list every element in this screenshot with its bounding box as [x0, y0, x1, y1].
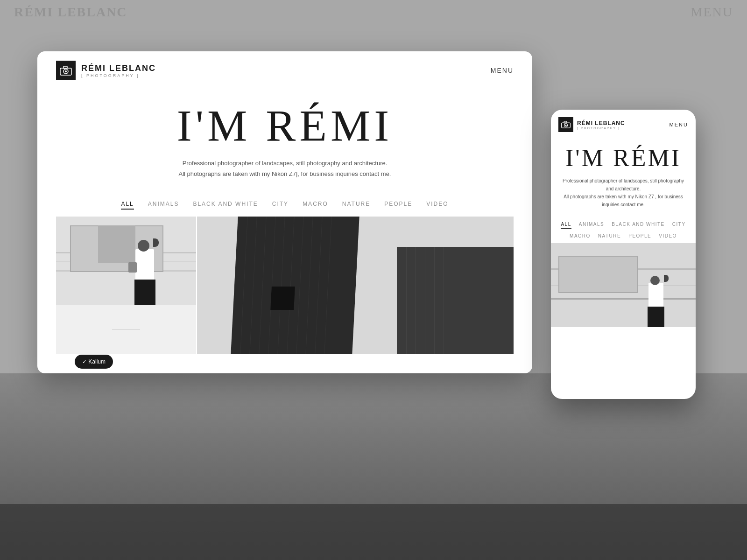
desktop-photo-grid — [37, 217, 532, 354]
mobile-header: RÉMI LEBLANC [ PHOTOGRAPHY ] MENU — [551, 110, 696, 137]
bld-line3 — [259, 217, 266, 354]
m-w-lower — [648, 307, 664, 327]
mobile-filter-animals[interactable]: ANIMALS — [579, 222, 604, 229]
bg-brand-text-left: RÉMI LEBLANC — [14, 5, 127, 20]
svg-rect-2 — [63, 66, 67, 69]
woman-silhouette — [133, 231, 159, 305]
bg-bottom-dark — [0, 504, 747, 560]
desktop-browser-mockup: RÉMI LEBLANC [ PHOTOGRAPHY ] MENU I'M RÉ… — [37, 51, 532, 373]
mobile-filter-people[interactable]: PEOPLE — [628, 233, 651, 238]
building-right — [397, 247, 514, 354]
mobile-subtitle-l1: Professional photographer of landscapes,… — [563, 178, 684, 183]
bld-window — [270, 287, 295, 310]
filter-animals[interactable]: ANIMALS — [148, 201, 179, 210]
building-main — [231, 217, 359, 354]
mobile-logo-text: RÉMI LEBLANC [ PHOTOGRAPHY ] — [577, 120, 625, 130]
desktop-subtitle-line2: All photographs are taken with my Nikon … — [179, 170, 391, 177]
desktop-logo-text: RÉMI LEBLANC [ PHOTOGRAPHY ] — [81, 63, 156, 78]
filter-people[interactable]: PEOPLE — [384, 201, 412, 210]
bld-line4 — [268, 217, 275, 354]
mobile-hero-subtitle: Professional photographer of landscapes,… — [558, 177, 688, 209]
mobile-filter-nav: ALL ANIMALS BLACK AND WHITE CITY MACRO N… — [551, 213, 696, 243]
bld-r-line2 — [416, 247, 416, 354]
bld-r-line4 — [434, 247, 435, 354]
mobile-camera-icon — [558, 117, 573, 132]
desktop-menu-button[interactable]: MENU — [491, 67, 514, 74]
metro-window2 — [98, 225, 135, 263]
mobile-logo-area[interactable]: RÉMI LEBLANC [ PHOTOGRAPHY ] — [558, 117, 625, 132]
photo-bottom-fade — [56, 305, 196, 354]
mobile-filter-video[interactable]: VIDEO — [659, 233, 677, 238]
bld-line1 — [240, 217, 247, 354]
filter-all[interactable]: ALL — [121, 201, 134, 210]
fade-line — [112, 329, 140, 330]
desktop-header: RÉMI LEBLANC [ PHOTOGRAPHY ] MENU — [37, 51, 532, 90]
filter-nature[interactable]: NATURE — [342, 201, 370, 210]
mobile-subtitle-l3: All photographs are taken with my Nikon … — [564, 194, 683, 207]
mobile-filter-city[interactable]: CITY — [672, 222, 686, 229]
woman-bag — [128, 262, 137, 273]
m-w-torso — [648, 283, 663, 308]
bg-menu-text-right: MENU — [691, 5, 733, 20]
photo-building[interactable] — [197, 217, 514, 354]
woman-ponytail — [153, 238, 159, 247]
m-blur3 — [551, 298, 696, 300]
mobile-filter-all[interactable]: ALL — [561, 222, 571, 229]
filter-city[interactable]: CITY — [272, 201, 289, 210]
mobile-brand-sub: [ PHOTOGRAPHY ] — [577, 126, 625, 130]
svg-point-7 — [565, 125, 567, 126]
desktop-hero-section: I'M RÉMI Professional photographer of la… — [37, 90, 532, 189]
mobile-filter-bw[interactable]: BLACK AND WHITE — [612, 222, 665, 229]
desktop-hero-title: I'M RÉMI — [56, 104, 514, 148]
bld-line6 — [287, 217, 294, 354]
mobile-filter-nature[interactable]: NATURE — [598, 233, 621, 238]
filter-macro[interactable]: MACRO — [303, 201, 328, 210]
woman-head — [138, 240, 149, 252]
photo-top-section — [56, 217, 196, 305]
m-woman — [647, 266, 668, 327]
mobile-photo-woman[interactable] — [551, 243, 696, 327]
mobile-subtitle-l2: and architecture. — [606, 186, 641, 191]
mobile-brand-name: RÉMI LEBLANC — [577, 120, 625, 126]
desktop-camera-icon — [56, 61, 76, 80]
bld-line9 — [315, 217, 322, 354]
m-w-ponytail — [664, 275, 669, 282]
desktop-subtitle-line1: Professional photographer of landscapes,… — [183, 160, 388, 167]
m-w-head — [650, 276, 660, 285]
bld-line8 — [305, 217, 313, 354]
bld-line10 — [324, 217, 331, 354]
bld-line5 — [277, 217, 285, 354]
mobile-filter-macro[interactable]: MACRO — [570, 233, 591, 238]
desktop-brand-sub: [ PHOTOGRAPHY ] — [81, 73, 156, 78]
mobile-phone-mockup: RÉMI LEBLANC [ PHOTOGRAPHY ] MENU I'M RÉ… — [551, 110, 696, 399]
desktop-hero-subtitle: Professional photographer of landscapes,… — [56, 158, 514, 180]
bld-r-line3 — [425, 247, 425, 354]
mobile-hero-title: I'M RÉMI — [558, 146, 688, 170]
woman-torso — [135, 249, 154, 282]
bld-r-line5 — [444, 247, 444, 354]
mobile-photo-bg — [551, 243, 696, 327]
bld-line7 — [296, 217, 303, 354]
desktop-brand-name: RÉMI LEBLANC — [81, 63, 156, 73]
photo-woman-metro[interactable] — [56, 217, 196, 354]
woman-lower — [134, 280, 155, 305]
m-metro-window — [558, 256, 638, 293]
bld-r-line1 — [406, 247, 407, 354]
mobile-hero-section: I'M RÉMI Professional photographer of la… — [551, 137, 696, 213]
filter-video[interactable]: VIDEO — [426, 201, 448, 210]
desktop-logo-area[interactable]: RÉMI LEBLANC [ PHOTOGRAPHY ] — [56, 61, 156, 80]
mobile-menu-button[interactable]: MENU — [669, 122, 688, 127]
svg-point-3 — [65, 70, 67, 72]
filter-black-and-white[interactable]: BLACK AND WHITE — [193, 201, 258, 210]
bld-line2 — [249, 217, 257, 354]
kalium-badge: ✓ Kalium — [75, 355, 113, 369]
desktop-filter-nav: ALL ANIMALS BLACK AND WHITE CITY MACRO N… — [37, 189, 532, 217]
